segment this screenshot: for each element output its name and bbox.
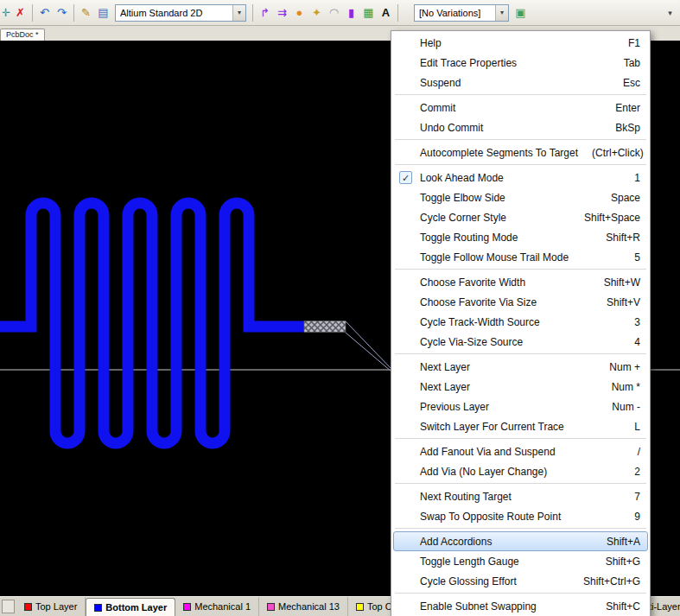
menu-item-shortcut: Enter <box>601 102 640 114</box>
arc-icon[interactable]: ◠ <box>326 4 342 22</box>
menu-item[interactable]: ✓ Toggle Follow Mouse Trail Mode 5 <box>393 247 648 267</box>
menu-item-shortcut: Esc <box>609 77 640 89</box>
chevron-down-icon[interactable]: ▾ <box>495 5 508 21</box>
undo-icon[interactable]: ↶ <box>36 4 53 22</box>
menu-item[interactable]: ✓ Cycle Corner Style Shift+Space <box>393 207 648 227</box>
toolbar-overflow-icon[interactable]: ▾ <box>662 4 678 22</box>
teardrop-icon[interactable]: ✦ <box>308 4 325 22</box>
menu-item-shortcut: 2 <box>620 466 640 478</box>
menu-item[interactable]: ✓ Toggle Length Gauge Shift+G <box>393 551 648 571</box>
variations-value: [No Variations] <box>419 8 492 18</box>
pencil-icon[interactable]: ✎ <box>78 4 94 22</box>
menu-item[interactable]: ✓ Look Ahead Mode 1 <box>393 168 648 187</box>
toolbar-separator <box>73 4 74 22</box>
menu-item-label: Switch Layer For Current Trace <box>420 421 564 433</box>
menu-separator <box>395 483 646 484</box>
menu-item-shortcut: Num + <box>595 361 640 373</box>
menu-item-shortcut: 7 <box>620 491 640 503</box>
menu-item-shortcut: Shift+A <box>593 536 640 548</box>
menu-item-label: Choose Favorite Width <box>420 276 525 289</box>
menu-separator <box>395 164 646 165</box>
cross-select-icon[interactable]: ✛ <box>2 4 11 22</box>
menu-item-shortcut: L <box>620 421 640 433</box>
menu-item-label: Suspend <box>420 77 461 89</box>
fill-icon[interactable]: ▮ <box>343 4 359 22</box>
menu-item-label: Toggle Follow Mouse Trail Mode <box>420 251 569 264</box>
menu-item-shortcut: Shift+R <box>592 232 640 244</box>
menu-item[interactable]: ✓ Add Via (No Layer Change) 2 <box>393 461 648 481</box>
menu-item[interactable]: ✓ Autocomplete Segments To Target (Ctrl+… <box>393 143 648 162</box>
layer-tab-label: Mechanical 13 <box>278 601 340 612</box>
string-text-icon[interactable]: A <box>378 4 394 22</box>
menu-item[interactable]: ✓ Enable Subnet Swapping Shift+C <box>393 596 648 616</box>
view-configuration-combo[interactable]: Altium Standard 2D ▾ <box>115 4 246 22</box>
via-icon[interactable]: ● <box>291 4 308 22</box>
layer-color-swatch <box>94 604 102 612</box>
menu-item-label: Cycle Via-Size Source <box>420 336 523 348</box>
menu-item-shortcut: Num - <box>598 401 640 413</box>
menu-item[interactable]: ✓ Add Accordions Shift+A <box>393 531 648 551</box>
menu-item[interactable]: ✓ Choose Favorite Width Shift+W <box>393 272 648 292</box>
menu-item-label: Commit <box>420 102 455 114</box>
menu-item-shortcut: Tab <box>610 57 640 69</box>
menu-separator <box>395 353 646 354</box>
menu-item[interactable]: ✓ Help F1 <box>393 33 648 53</box>
layer-tab[interactable]: Top Layer <box>16 597 86 616</box>
menu-item-shortcut: Shift+V <box>593 296 640 308</box>
menu-item[interactable]: ✓ Next Layer Num + <box>393 357 648 377</box>
interactive-route-icon[interactable]: ↱ <box>257 4 273 22</box>
menu-item[interactable]: ✓ Commit Enter <box>393 98 648 117</box>
menu-item[interactable]: ✓ Suspend Esc <box>393 73 648 92</box>
menu-item[interactable]: ✓ Previous Layer Num - <box>393 397 648 416</box>
main-toolbar: ✛ ✗ ↶ ↷ ✎ ▤ Altium Standard 2D ▾ ↱ ⇉ ● ✦… <box>0 0 680 26</box>
menu-item-shortcut: Shift+C <box>592 600 640 613</box>
menu-item-shortcut: 9 <box>620 511 640 523</box>
menu-item[interactable]: ✓ Toggle Elbow Side Space <box>393 187 648 207</box>
menu-item-label: Cycle Corner Style <box>420 212 506 224</box>
filter-clear-icon[interactable]: ✗ <box>12 4 29 22</box>
document-tab-label: PcbDoc * <box>6 30 39 39</box>
menu-item[interactable]: ✓ Swap To Opposite Route Point 9 <box>393 506 648 526</box>
menu-item[interactable]: ✓ Undo Commit BkSp <box>393 117 648 137</box>
menu-item[interactable]: ✓ Next Layer Num * <box>393 377 648 397</box>
menu-item-label: Cycle Glossing Effort <box>420 575 517 587</box>
layer-tab-scroll-button[interactable] <box>2 600 15 613</box>
menu-item[interactable]: ✓ Edit Trace Properties Tab <box>393 53 648 73</box>
menu-item-label: Undo Commit <box>420 122 483 134</box>
multi-route-icon[interactable]: ⇉ <box>274 4 290 22</box>
redo-icon[interactable]: ↷ <box>54 4 70 22</box>
menu-item-shortcut: Shift+Space <box>570 212 640 224</box>
menu-item-shortcut: Space <box>597 192 640 204</box>
menu-item[interactable]: ✓ Next Routing Target 7 <box>393 486 648 506</box>
layer-tab[interactable]: Bottom Layer <box>86 598 175 616</box>
layer-color-swatch <box>24 603 32 611</box>
accordion-preview-segment <box>304 321 346 333</box>
layer-tab[interactable]: Mechanical 13 <box>259 597 348 616</box>
layer-tab-label: Top Layer <box>35 601 77 612</box>
menu-item-label: Look Ahead Mode <box>420 172 504 184</box>
document-tab-pcbdoc[interactable]: PcbDoc * <box>0 29 45 41</box>
menu-item[interactable]: ✓ Cycle Glossing Effort Shift+Ctrl+G <box>393 571 648 591</box>
menu-item-label: Help <box>420 37 442 49</box>
context-menu: ✓ Help F1 ✓ Edit Trace Properties Tab ✓ … <box>391 30 651 616</box>
layer-color-swatch <box>183 603 191 611</box>
menu-item[interactable]: ✓ Toggle Routing Mode Shift+R <box>393 227 648 247</box>
menu-item-shortcut: BkSp <box>601 122 640 134</box>
menu-item-label: Edit Trace Properties <box>420 57 517 69</box>
menu-separator <box>395 269 646 270</box>
menu-item[interactable]: ✓ Switch Layer For Current Trace L <box>393 416 648 436</box>
chevron-down-icon[interactable]: ▾ <box>232 5 245 21</box>
polygon-icon[interactable]: ▦ <box>360 4 377 22</box>
board-setup-icon[interactable]: ▤ <box>95 4 111 22</box>
menu-item-label: Toggle Routing Mode <box>420 232 518 244</box>
pcb-3d-icon[interactable]: ▣ <box>512 4 529 22</box>
layer-tab[interactable]: Mechanical 1 <box>175 597 259 616</box>
menu-item[interactable]: ✓ Choose Favorite Via Size Shift+V <box>393 292 648 312</box>
menu-item-shortcut: 4 <box>620 336 640 348</box>
menu-item-shortcut: (Ctrl+Click) <box>578 147 644 159</box>
menu-item[interactable]: ✓ Cycle Track-Width Source 3 <box>393 312 648 332</box>
menu-item[interactable]: ✓ Cycle Via-Size Source 4 <box>393 332 648 352</box>
variations-combo[interactable]: [No Variations] ▾ <box>414 4 509 22</box>
menu-item-shortcut: Num * <box>598 381 640 393</box>
menu-item[interactable]: ✓ Add Fanout Via and Suspend / <box>393 441 648 461</box>
